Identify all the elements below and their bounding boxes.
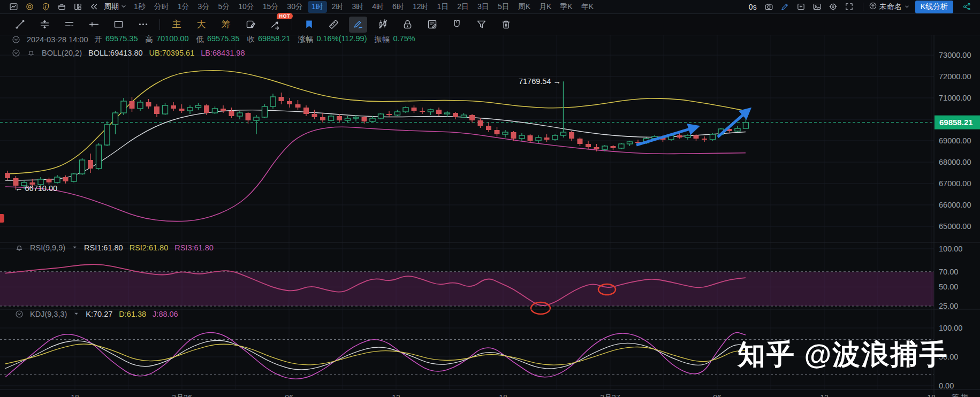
briefcase-icon[interactable] xyxy=(54,1,70,13)
svg-text:18: 18 xyxy=(499,393,507,397)
timeframe-12时[interactable]: 12时 xyxy=(409,1,432,13)
timeframe-2时[interactable]: 2时 xyxy=(328,1,347,13)
timeframe-3时[interactable]: 3时 xyxy=(348,1,368,13)
ohlc-info-row: 2024-03-28 14:00 开69575.35高70100.00低6957… xyxy=(12,34,415,44)
timeframe-分时[interactable]: 分时 xyxy=(150,1,173,13)
kdj-name[interactable]: KDJ(9,3,3) xyxy=(30,310,67,318)
timeframe-3日[interactable]: 3日 xyxy=(474,1,493,13)
timeframe-周K[interactable]: 周K xyxy=(514,1,534,13)
timeframe-30分[interactable]: 30分 xyxy=(283,1,307,13)
svg-text:72000.00: 72000.00 xyxy=(939,72,971,81)
alert-bell-icon[interactable] xyxy=(15,243,24,252)
timeframe-10分[interactable]: 10分 xyxy=(234,1,258,13)
timeframe-2日[interactable]: 2日 xyxy=(453,1,473,13)
timeframe-1时[interactable]: 1时 xyxy=(308,1,327,13)
chevron-down-icon xyxy=(904,3,910,11)
svg-text:18: 18 xyxy=(927,393,936,397)
svg-text:69000.00: 69000.00 xyxy=(939,136,971,145)
add-pane-icon[interactable] xyxy=(793,1,809,13)
rsi-name[interactable]: RSI(9,9,9) xyxy=(30,243,65,252)
svg-text:3月26: 3月26 xyxy=(172,393,192,397)
timeframe-15分[interactable]: 15分 xyxy=(259,1,283,13)
bookmark-icon[interactable] xyxy=(300,17,318,33)
brush-pencil-icon[interactable] xyxy=(349,17,367,33)
share-icon[interactable] xyxy=(959,1,975,13)
chevron-down-icon xyxy=(120,3,127,11)
layout-save-dropdown[interactable]: 未命名 xyxy=(869,2,910,12)
boll-name[interactable]: BOLL(20,2) xyxy=(42,49,82,57)
expand-icon[interactable] xyxy=(841,1,857,13)
parallel-channel-icon[interactable] xyxy=(35,17,54,33)
ohlc-values: 开69575.35高70100.00低69575.35收69858.21涨幅0.… xyxy=(95,34,415,44)
timeframe-季K[interactable]: 季K xyxy=(556,1,576,13)
horizontal-lines-icon[interactable] xyxy=(60,17,78,33)
toolbar-divider xyxy=(863,3,863,11)
camera-icon[interactable] xyxy=(761,1,777,13)
panels-icon[interactable] xyxy=(70,1,86,13)
horizontal-ray-icon[interactable] xyxy=(85,17,103,33)
svg-text:65000.00: 65000.00 xyxy=(939,222,971,231)
draw-tab-大[interactable]: 大 xyxy=(193,18,209,30)
timeframe-4时[interactable]: 4时 xyxy=(368,1,388,13)
left-edge-marker[interactable] xyxy=(0,214,4,223)
svg-text:← 66710.00: ← 66710.00 xyxy=(15,184,57,193)
image-icon[interactable] xyxy=(809,1,825,13)
medal-icon[interactable] xyxy=(21,1,37,13)
timeframe-3分[interactable]: 3分 xyxy=(194,1,214,13)
edit-pencil-icon[interactable] xyxy=(777,1,793,13)
period-dropdown[interactable]: 周期 xyxy=(104,2,127,12)
rsi1-value: RSI1:61.80 xyxy=(84,243,123,252)
rectangle-tool-icon[interactable] xyxy=(109,17,127,33)
trend-line-icon[interactable] xyxy=(11,17,29,33)
ruler-icon[interactable] xyxy=(324,17,343,33)
cloud-upload-icon xyxy=(869,2,877,12)
chevron-down-icon[interactable] xyxy=(73,310,79,318)
kline-analysis-button[interactable]: K线分析 xyxy=(915,1,953,13)
svg-text:筹 振: 筹 振 xyxy=(952,393,969,397)
ohlc-pair-开: 开69575.35 xyxy=(95,34,138,44)
funnel-icon[interactable] xyxy=(472,17,490,33)
collapse-chevron-icon[interactable] xyxy=(12,35,20,44)
ohlc-pair-收: 收69858.21 xyxy=(247,34,290,44)
collapse-chevron-icon[interactable] xyxy=(12,49,20,57)
svg-text:50.00: 50.00 xyxy=(939,283,958,291)
alert-bell-icon[interactable] xyxy=(27,49,35,57)
svg-text:68000.00: 68000.00 xyxy=(939,158,971,166)
svg-text:06: 06 xyxy=(713,393,721,397)
timeframe-6时[interactable]: 6时 xyxy=(389,1,408,13)
svg-text:100.00: 100.00 xyxy=(939,245,962,253)
timeframe-1日[interactable]: 1日 xyxy=(433,1,452,13)
timeframe-1秒[interactable]: 1秒 xyxy=(130,1,149,13)
timeframe-年K[interactable]: 年K xyxy=(578,1,597,13)
drawing-toolbar: 主大筹HOT xyxy=(0,14,980,35)
more-ellipsis-icon[interactable] xyxy=(134,17,152,33)
draw-tab-筹[interactable]: 筹 xyxy=(218,18,234,30)
doc-edit-icon[interactable] xyxy=(423,17,441,33)
chevron-down-icon[interactable] xyxy=(72,243,78,252)
kdj-indicator-row: KDJ(9,3,3) K:70.27 D:61.38 J:88.06 xyxy=(15,310,178,318)
candles-hide-icon[interactable] xyxy=(374,17,392,33)
chart-line-icon[interactable] xyxy=(5,1,21,13)
magnet-icon[interactable] xyxy=(447,17,466,33)
ohlc-pair-涨幅: 涨幅0.16%(112.99) xyxy=(298,34,367,44)
rsi-indicator-row: RSI(9,9,9) RSI1:61.80 RSI2:61.80 RSI3:61… xyxy=(15,243,214,252)
timeframe-月K[interactable]: 月K xyxy=(535,1,555,13)
note-pencil-icon[interactable] xyxy=(241,17,260,33)
svg-text:3月27: 3月27 xyxy=(600,393,620,397)
ohlc-pair-高: 高70100.00 xyxy=(145,34,188,44)
timeframe-1分[interactable]: 1分 xyxy=(174,1,193,13)
period-label: 周期 xyxy=(104,2,119,12)
timeframe-5日[interactable]: 5日 xyxy=(494,1,513,13)
timeframe-5分[interactable]: 5分 xyxy=(214,1,233,13)
lock-icon[interactable] xyxy=(398,17,416,33)
trash-icon[interactable] xyxy=(497,17,515,33)
collapse-chevron-icon[interactable] xyxy=(15,310,24,318)
trend-arrows-icon[interactable]: HOT xyxy=(266,17,284,33)
svg-text:12: 12 xyxy=(392,393,400,397)
boll-indicator-row: BOLL(20,2) BOLL:69413.80 UB:70395.61 LB:… xyxy=(12,49,245,57)
target-icon[interactable] xyxy=(825,1,841,13)
draw-tab-主[interactable]: 主 xyxy=(169,18,185,30)
shield-bolt-icon[interactable] xyxy=(37,1,54,13)
rewind-icon[interactable] xyxy=(86,1,102,13)
boll-ub-value: UB:70395.61 xyxy=(149,49,195,57)
